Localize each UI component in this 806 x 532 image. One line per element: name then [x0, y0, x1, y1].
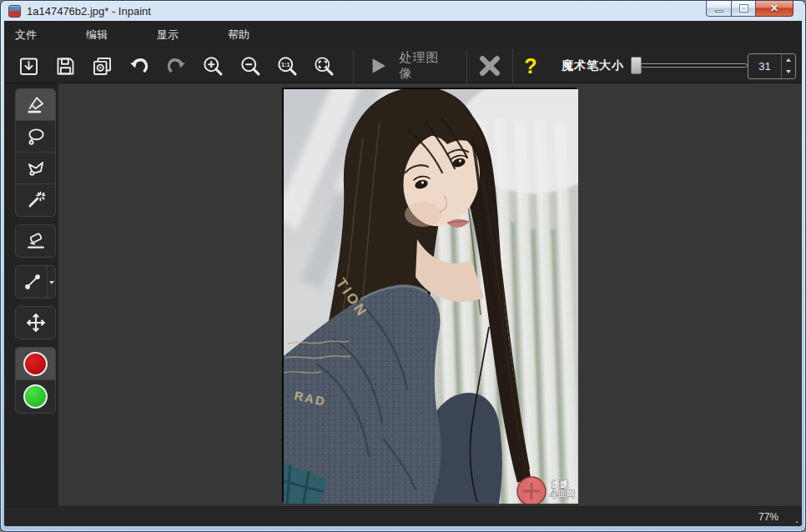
- slider-track[interactable]: [637, 63, 748, 68]
- menu-edit[interactable]: 编辑: [86, 28, 157, 43]
- zoom-actual-icon: 1:1: [275, 54, 299, 78]
- inpaint-marker-selection: [517, 477, 546, 504]
- toolbar-separator: [353, 49, 354, 83]
- svg-text:媛媛: 媛媛: [551, 479, 568, 489]
- window-title: 1a147476b2.jpg* - Inpaint: [27, 5, 151, 18]
- save-button[interactable]: [53, 52, 78, 80]
- open-icon: [18, 55, 40, 78]
- close-button[interactable]: ✕: [756, 1, 793, 17]
- brush-size-input[interactable]: [748, 54, 781, 78]
- marker-icon: [25, 94, 47, 116]
- svg-text:心回网: 心回网: [549, 489, 575, 499]
- line-tool-button[interactable]: [16, 266, 55, 298]
- zoom-fit-icon: [312, 54, 335, 78]
- app-window: 1a147476b2.jpg* - Inpaint ✕ 文件 编辑 显示 帮助: [0, 0, 806, 532]
- zoom-actual-button[interactable]: 1:1: [275, 52, 300, 80]
- lasso-icon: [25, 126, 47, 148]
- polygon-lasso-icon: [25, 158, 47, 179]
- zoom-in-button[interactable]: [200, 52, 225, 80]
- main-area: TION RAD: [4, 83, 802, 506]
- menubar: 文件 编辑 显示 帮助: [4, 21, 802, 49]
- eraser-icon: [25, 230, 47, 252]
- minimize-icon: [715, 10, 723, 13]
- brush-size-slider[interactable]: [631, 56, 748, 76]
- toolbar: 1:1 处理图像: [4, 49, 802, 83]
- open-button[interactable]: [16, 52, 41, 80]
- chevron-down-icon: [49, 281, 54, 287]
- process-play-icon: [367, 53, 389, 78]
- polygon-lasso-tool-button[interactable]: [16, 153, 55, 184]
- menu-file[interactable]: 文件: [15, 28, 86, 43]
- line-tool-group: [15, 265, 56, 299]
- minimize-button[interactable]: [706, 1, 732, 17]
- eraser-tool-group: [15, 224, 56, 258]
- brush-size-spinbox: [748, 53, 796, 79]
- marker-color-group: [15, 347, 56, 414]
- process-image-label: 处理图像: [400, 50, 446, 82]
- toolbar-separator: [466, 49, 467, 83]
- tool-sidebar: [4, 83, 58, 506]
- red-circle-icon: [23, 352, 48, 376]
- svg-text:1:1: 1:1: [281, 61, 290, 68]
- cancel-x-icon: [477, 53, 502, 78]
- spin-down-button[interactable]: [782, 66, 795, 78]
- magic-wand-icon: [25, 189, 47, 211]
- help-button[interactable]: ?: [518, 54, 543, 78]
- cancel-button[interactable]: [477, 52, 502, 80]
- move-tool-button[interactable]: [16, 307, 55, 339]
- resize-grip-icon[interactable]: [796, 521, 798, 523]
- zoom-out-icon: [239, 54, 262, 78]
- undo-icon: [128, 54, 151, 78]
- zoom-fit-button[interactable]: [311, 52, 336, 80]
- green-circle-icon: [23, 384, 48, 409]
- window-controls: ✕: [706, 1, 793, 17]
- magic-wand-tool-button[interactable]: [16, 184, 55, 216]
- marker-tool-button[interactable]: [16, 89, 55, 121]
- zoom-level-text: 77%: [758, 511, 778, 523]
- save-icon: [54, 55, 77, 78]
- toolbar-separator: [512, 49, 513, 83]
- green-marker-button[interactable]: [16, 380, 55, 413]
- spin-up-button[interactable]: [782, 54, 795, 67]
- zoom-out-button[interactable]: [238, 52, 263, 80]
- help-icon: ?: [524, 54, 536, 78]
- canvas-area[interactable]: TION RAD: [58, 83, 802, 506]
- chevron-down-icon: [786, 70, 791, 76]
- titlebar[interactable]: 1a147476b2.jpg* - Inpaint ✕: [4, 1, 802, 21]
- app-logo-icon: [8, 5, 21, 18]
- maximize-icon: [740, 5, 748, 12]
- move-tool-group: [15, 306, 56, 339]
- preview-button[interactable]: [90, 52, 115, 80]
- line-tool-dropdown[interactable]: [47, 266, 55, 298]
- brush-size-label: 魔术笔大小: [562, 58, 624, 73]
- photo-image[interactable]: TION RAD: [282, 88, 577, 502]
- menu-help[interactable]: 帮助: [228, 28, 299, 43]
- eraser-tool-button[interactable]: [16, 225, 55, 257]
- preview-icon: [91, 55, 113, 78]
- slider-handle[interactable]: [631, 57, 642, 74]
- photo-illustration: TION RAD: [284, 89, 578, 504]
- undo-button[interactable]: [127, 52, 152, 80]
- menu-view[interactable]: 显示: [157, 28, 228, 43]
- selection-tool-group: [15, 88, 56, 217]
- redo-button[interactable]: [164, 52, 189, 80]
- redo-icon: [164, 54, 188, 78]
- close-icon: ✕: [770, 3, 778, 14]
- statusbar: 77%: [4, 506, 802, 526]
- lasso-tool-button[interactable]: [16, 121, 55, 153]
- spin-buttons: [781, 54, 795, 78]
- chevron-up-icon: [786, 56, 791, 62]
- client-area: 文件 编辑 显示 帮助: [4, 21, 802, 526]
- move-icon: [25, 312, 47, 334]
- process-image-button[interactable]: 处理图像: [359, 50, 461, 82]
- maximize-button[interactable]: [732, 1, 756, 17]
- red-marker-button[interactable]: [16, 348, 55, 380]
- line-icon: [22, 271, 43, 293]
- zoom-in-icon: [201, 54, 224, 78]
